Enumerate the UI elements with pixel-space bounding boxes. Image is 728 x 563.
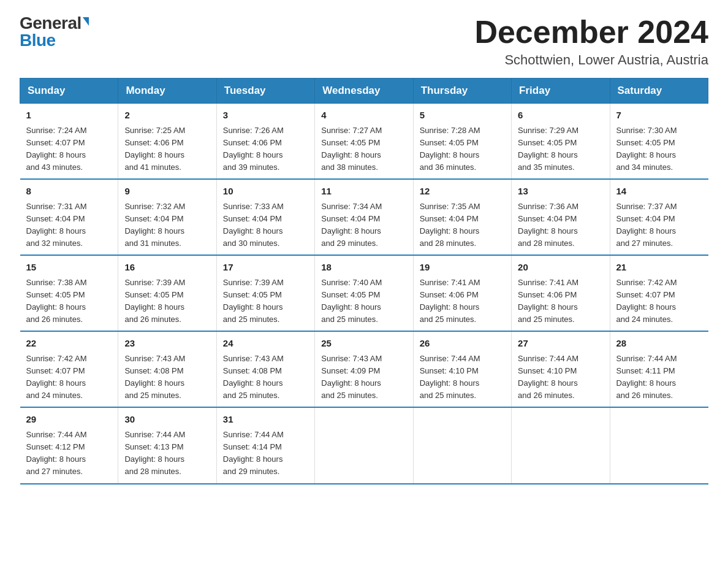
day-number: 20 <box>518 261 603 275</box>
calendar-cell: 11Sunrise: 7:34 AMSunset: 4:04 PMDayligh… <box>315 179 413 255</box>
day-info: Sunrise: 7:44 AMSunset: 4:10 PMDaylight:… <box>420 353 505 402</box>
logo-blue-text: Blue <box>20 32 89 49</box>
calendar-header: SundayMondayTuesdayWednesdayThursdayFrid… <box>20 79 708 104</box>
day-number: 29 <box>26 413 112 427</box>
day-number: 22 <box>26 337 112 351</box>
day-number: 30 <box>124 413 210 427</box>
calendar-cell <box>512 407 610 483</box>
day-number: 19 <box>420 261 505 275</box>
calendar-week-row: 1Sunrise: 7:24 AMSunset: 4:07 PMDaylight… <box>20 104 708 180</box>
logo: General Blue <box>20 15 89 49</box>
weekday-header-thursday: Thursday <box>413 79 511 104</box>
day-info: Sunrise: 7:44 AMSunset: 4:10 PMDaylight:… <box>518 353 603 402</box>
weekday-header-friday: Friday <box>512 79 610 104</box>
day-info: Sunrise: 7:26 AMSunset: 4:06 PMDaylight:… <box>223 124 308 174</box>
calendar-cell: 17Sunrise: 7:39 AMSunset: 4:05 PMDayligh… <box>216 255 314 331</box>
calendar-cell: 8Sunrise: 7:31 AMSunset: 4:04 PMDaylight… <box>20 179 118 255</box>
day-info: Sunrise: 7:36 AMSunset: 4:04 PMDaylight:… <box>518 201 603 250</box>
day-number: 23 <box>124 337 210 351</box>
day-number: 31 <box>223 413 308 427</box>
calendar-cell: 21Sunrise: 7:42 AMSunset: 4:07 PMDayligh… <box>610 255 708 331</box>
calendar-cell: 14Sunrise: 7:37 AMSunset: 4:04 PMDayligh… <box>610 179 708 255</box>
day-info: Sunrise: 7:25 AMSunset: 4:06 PMDaylight:… <box>124 124 210 174</box>
month-title: December 2024 <box>474 15 708 50</box>
day-number: 6 <box>518 109 603 123</box>
day-number: 8 <box>26 185 112 199</box>
day-info: Sunrise: 7:43 AMSunset: 4:09 PMDaylight:… <box>321 353 406 402</box>
calendar-cell: 9Sunrise: 7:32 AMSunset: 4:04 PMDaylight… <box>118 179 216 255</box>
calendar-cell: 30Sunrise: 7:44 AMSunset: 4:13 PMDayligh… <box>118 407 216 483</box>
day-info: Sunrise: 7:37 AMSunset: 4:04 PMDaylight:… <box>616 201 702 250</box>
calendar-cell: 19Sunrise: 7:41 AMSunset: 4:06 PMDayligh… <box>413 255 511 331</box>
calendar-cell: 2Sunrise: 7:25 AMSunset: 4:06 PMDaylight… <box>118 104 216 180</box>
day-info: Sunrise: 7:43 AMSunset: 4:08 PMDaylight:… <box>124 353 210 402</box>
day-number: 10 <box>223 185 308 199</box>
day-info: Sunrise: 7:31 AMSunset: 4:04 PMDaylight:… <box>26 201 112 250</box>
calendar-week-row: 8Sunrise: 7:31 AMSunset: 4:04 PMDaylight… <box>20 179 708 255</box>
calendar-week-row: 22Sunrise: 7:42 AMSunset: 4:07 PMDayligh… <box>20 331 708 407</box>
calendar-cell: 29Sunrise: 7:44 AMSunset: 4:12 PMDayligh… <box>20 407 118 483</box>
calendar-cell: 5Sunrise: 7:28 AMSunset: 4:05 PMDaylight… <box>413 104 511 180</box>
day-number: 9 <box>124 185 210 199</box>
day-info: Sunrise: 7:35 AMSunset: 4:04 PMDaylight:… <box>420 201 505 250</box>
location-title: Schottwien, Lower Austria, Austria <box>474 52 708 68</box>
logo-arrow-icon <box>83 17 89 26</box>
day-info: Sunrise: 7:27 AMSunset: 4:05 PMDaylight:… <box>321 124 406 174</box>
calendar-cell: 12Sunrise: 7:35 AMSunset: 4:04 PMDayligh… <box>413 179 511 255</box>
day-number: 7 <box>616 109 702 123</box>
calendar-cell: 4Sunrise: 7:27 AMSunset: 4:05 PMDaylight… <box>315 104 413 180</box>
calendar-cell: 15Sunrise: 7:38 AMSunset: 4:05 PMDayligh… <box>20 255 118 331</box>
day-info: Sunrise: 7:44 AMSunset: 4:13 PMDaylight:… <box>124 429 210 478</box>
calendar-cell: 6Sunrise: 7:29 AMSunset: 4:05 PMDaylight… <box>512 104 610 180</box>
calendar-cell: 23Sunrise: 7:43 AMSunset: 4:08 PMDayligh… <box>118 331 216 407</box>
calendar-cell: 26Sunrise: 7:44 AMSunset: 4:10 PMDayligh… <box>413 331 511 407</box>
day-number: 25 <box>321 337 406 351</box>
day-number: 24 <box>223 337 308 351</box>
day-info: Sunrise: 7:32 AMSunset: 4:04 PMDaylight:… <box>124 201 210 250</box>
calendar-cell: 18Sunrise: 7:40 AMSunset: 4:05 PMDayligh… <box>315 255 413 331</box>
weekday-header-wednesday: Wednesday <box>315 79 413 104</box>
day-info: Sunrise: 7:39 AMSunset: 4:05 PMDaylight:… <box>124 277 210 326</box>
calendar-cell: 16Sunrise: 7:39 AMSunset: 4:05 PMDayligh… <box>118 255 216 331</box>
day-number: 17 <box>223 261 308 275</box>
calendar-cell: 22Sunrise: 7:42 AMSunset: 4:07 PMDayligh… <box>20 331 118 407</box>
day-number: 4 <box>321 109 406 123</box>
day-info: Sunrise: 7:44 AMSunset: 4:11 PMDaylight:… <box>616 353 702 402</box>
weekday-header-row: SundayMondayTuesdayWednesdayThursdayFrid… <box>20 79 708 104</box>
day-info: Sunrise: 7:41 AMSunset: 4:06 PMDaylight:… <box>420 277 505 326</box>
calendar-table: SundayMondayTuesdayWednesdayThursdayFrid… <box>20 78 708 484</box>
calendar-cell <box>610 407 708 483</box>
calendar-cell: 28Sunrise: 7:44 AMSunset: 4:11 PMDayligh… <box>610 331 708 407</box>
day-info: Sunrise: 7:43 AMSunset: 4:08 PMDaylight:… <box>223 353 308 402</box>
day-info: Sunrise: 7:44 AMSunset: 4:14 PMDaylight:… <box>223 429 308 478</box>
calendar-cell <box>413 407 511 483</box>
day-number: 26 <box>420 337 505 351</box>
calendar-cell: 27Sunrise: 7:44 AMSunset: 4:10 PMDayligh… <box>512 331 610 407</box>
weekday-header-monday: Monday <box>118 79 216 104</box>
calendar-week-row: 29Sunrise: 7:44 AMSunset: 4:12 PMDayligh… <box>20 407 708 483</box>
day-info: Sunrise: 7:41 AMSunset: 4:06 PMDaylight:… <box>518 277 603 326</box>
logo-general-text: General <box>20 15 82 32</box>
calendar-cell <box>315 407 413 483</box>
day-info: Sunrise: 7:42 AMSunset: 4:07 PMDaylight:… <box>26 353 112 402</box>
day-number: 14 <box>616 185 702 199</box>
day-info: Sunrise: 7:39 AMSunset: 4:05 PMDaylight:… <box>223 277 308 326</box>
page-header: General Blue December 2024 Schottwien, L… <box>20 15 708 68</box>
weekday-header-saturday: Saturday <box>610 79 708 104</box>
calendar-cell: 7Sunrise: 7:30 AMSunset: 4:05 PMDaylight… <box>610 104 708 180</box>
day-info: Sunrise: 7:34 AMSunset: 4:04 PMDaylight:… <box>321 201 406 250</box>
day-number: 11 <box>321 185 406 199</box>
day-number: 21 <box>616 261 702 275</box>
day-info: Sunrise: 7:44 AMSunset: 4:12 PMDaylight:… <box>26 429 112 478</box>
day-info: Sunrise: 7:30 AMSunset: 4:05 PMDaylight:… <box>616 124 702 174</box>
day-info: Sunrise: 7:24 AMSunset: 4:07 PMDaylight:… <box>26 124 112 174</box>
day-number: 3 <box>223 109 308 123</box>
title-block: December 2024 Schottwien, Lower Austria,… <box>474 15 708 68</box>
day-info: Sunrise: 7:33 AMSunset: 4:04 PMDaylight:… <box>223 201 308 250</box>
calendar-cell: 31Sunrise: 7:44 AMSunset: 4:14 PMDayligh… <box>216 407 314 483</box>
day-info: Sunrise: 7:42 AMSunset: 4:07 PMDaylight:… <box>616 277 702 326</box>
day-number: 27 <box>518 337 603 351</box>
weekday-header-sunday: Sunday <box>20 79 118 104</box>
calendar-cell: 25Sunrise: 7:43 AMSunset: 4:09 PMDayligh… <box>315 331 413 407</box>
day-info: Sunrise: 7:29 AMSunset: 4:05 PMDaylight:… <box>518 124 603 174</box>
